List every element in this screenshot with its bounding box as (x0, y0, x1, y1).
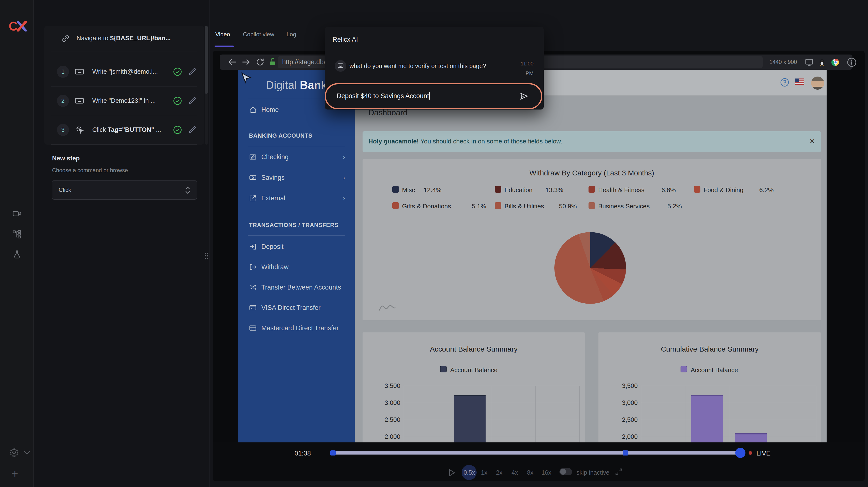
dialog-title: Relicx AI (333, 36, 358, 43)
back-icon[interactable] (227, 58, 237, 66)
edit-pencil-icon[interactable] (188, 67, 197, 76)
legend-swatch (392, 202, 399, 209)
legend-percent: 5.1% (472, 203, 486, 210)
steps-panel: Navigate to ${BASE_URL}/ban... 1 Write "… (34, 0, 209, 487)
navigate-label: Navigate to (76, 34, 110, 42)
assistant-message: what do you want me to verify or test on… (349, 62, 486, 69)
mouse-cursor (240, 72, 253, 86)
edit-pencil-icon[interactable] (188, 96, 197, 105)
bank-nav-savings[interactable]: Savings› (238, 170, 355, 185)
forward-icon[interactable] (241, 58, 251, 66)
steps-card: Navigate to ${BASE_URL}/ban... 1 Write "… (44, 26, 204, 145)
viewport-resolution: 1440 x 900 (769, 59, 797, 65)
keyboard-icon (74, 96, 84, 105)
relicx-ai-dialog: Relicx AI what do you want me to verify … (325, 27, 544, 110)
speed-16x[interactable]: 16x (541, 469, 551, 476)
legend-percent: 5.2% (668, 203, 682, 210)
pie-chart-title: Withdraw By Category (Last 3 Months) (363, 169, 821, 177)
cumulative-balance-card: Cumulative Balance Summary Account Balan… (598, 332, 821, 443)
y-axis-tick: 3,500 (378, 382, 400, 390)
settings-gear-icon[interactable] (9, 447, 20, 458)
bar-plot (404, 386, 579, 443)
speed-0-5x[interactable]: 0.5x (464, 469, 475, 476)
y-axis-tick: 2,500 (616, 416, 638, 424)
legend-percent: 6.8% (661, 186, 676, 194)
legend-label: Bills & Utilities (504, 203, 544, 210)
legend-label: Account Balance (691, 366, 738, 374)
speed-2x[interactable]: 2x (496, 469, 502, 476)
bank-help-icon[interactable] (780, 78, 789, 87)
app-root: C + Tests › Interactive AI trainer (0, 0, 868, 487)
us-flag-icon[interactable] (795, 79, 804, 85)
scrollbar-thumb[interactable] (205, 26, 208, 94)
legend-swatch (495, 186, 501, 193)
check-icon (173, 96, 182, 105)
panel-drag-handle[interactable] (204, 250, 209, 262)
step-label-suffix: ... (154, 126, 161, 133)
legend-label: Account Balance (450, 366, 497, 374)
alert-text: Holy guacamole! You should check in on s… (368, 138, 562, 145)
progress-marker-start[interactable] (330, 450, 336, 456)
command-select[interactable]: Click (52, 180, 197, 200)
speed-1x[interactable]: 1x (481, 469, 487, 476)
playback-time: 01:38 (294, 450, 311, 457)
video-player: http://stage.dba 1440 x 900 Digital Bank (213, 51, 865, 481)
new-step-title: New step (52, 155, 80, 162)
skip-inactive-toggle[interactable] (559, 468, 572, 475)
video-camera-icon[interactable] (0, 209, 34, 218)
tab-copilot-view[interactable]: Copilot view (243, 31, 274, 38)
legend-swatch (694, 186, 701, 193)
y-axis-tick: 3,000 (378, 399, 400, 406)
check-icon (173, 67, 182, 77)
chrome-browser-icon (831, 58, 840, 66)
url-text: http://stage.dba (282, 58, 327, 66)
progress-marker-mid[interactable] (623, 450, 628, 456)
bar (454, 395, 485, 443)
tab-video[interactable]: Video (215, 31, 230, 38)
flask-icon[interactable] (0, 249, 34, 259)
bank-section-transactions: TRANSACTIONS / TRANSFERS (249, 222, 338, 229)
bank-nav-external[interactable]: External› (238, 191, 355, 206)
play-icon[interactable] (448, 468, 455, 477)
add-icon[interactable]: + (11, 467, 18, 480)
bar (691, 395, 723, 443)
legend-label: Misc (402, 186, 415, 194)
step-label: Write "jsmith@demo.i... (92, 68, 158, 75)
legend-swatch (589, 186, 595, 193)
bank-user-avatar[interactable] (811, 77, 824, 90)
bank-nav-transfer[interactable]: Transfer Between Accounts (238, 280, 355, 295)
chevron-down-icon[interactable] (23, 450, 31, 456)
bank-nav-checking[interactable]: Checking› (238, 150, 355, 164)
fullscreen-icon[interactable] (615, 467, 623, 476)
new-step-subtitle: Choose a command or browse (52, 167, 128, 174)
progress-handle[interactable] (735, 448, 745, 458)
progress-track[interactable] (330, 451, 739, 455)
tab-log[interactable]: Log (286, 31, 296, 38)
refresh-icon[interactable] (255, 57, 265, 67)
bank-nav-mastercard[interactable]: Mastercard Direct Transfer (238, 321, 355, 335)
monitor-icon (805, 58, 814, 67)
bank-nav-withdraw[interactable]: Withdraw (238, 260, 355, 274)
bank-nav-deposit[interactable]: Deposit (238, 239, 355, 254)
legend-percent: 50.9% (559, 203, 577, 210)
linux-icon (818, 58, 826, 66)
info-icon[interactable] (846, 57, 857, 68)
keyboard-icon (74, 67, 84, 77)
legend-swatch (392, 186, 399, 193)
speed-4x[interactable]: 4x (512, 469, 518, 476)
legend-label: Education (504, 186, 533, 194)
bank-nav-visa[interactable]: VISA Direct Transfer (238, 300, 355, 315)
edit-pencil-icon[interactable] (188, 125, 197, 134)
step-number: 3 (57, 124, 69, 136)
flow-tree-icon[interactable] (0, 229, 34, 239)
y-axis-tick: 3,500 (616, 382, 638, 390)
sidebar-scrollbar[interactable] (205, 26, 208, 145)
step-label: Write "Demo123!" in ... (92, 97, 156, 104)
pie-chart (554, 232, 626, 304)
ai-input[interactable]: Deposit $40 to Savings Account (337, 92, 430, 100)
legend-percent: 6.2% (759, 186, 774, 194)
alert-close-icon[interactable]: × (810, 136, 815, 146)
send-icon[interactable] (519, 92, 528, 101)
skip-inactive-label: skip inactive (577, 469, 609, 476)
speed-8x[interactable]: 8x (527, 469, 533, 476)
